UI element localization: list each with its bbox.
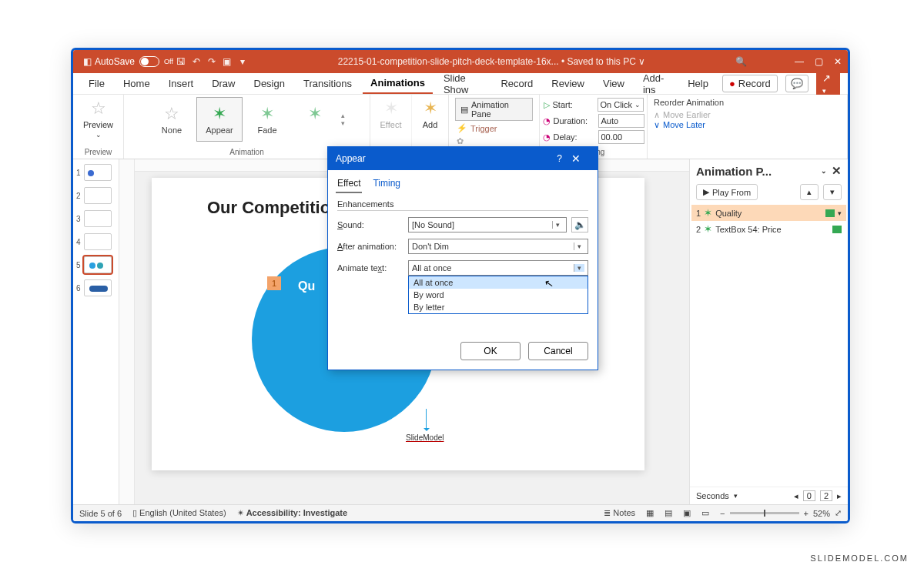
delay-input[interactable]: 00.00 — [598, 130, 644, 144]
anim-more[interactable]: ✶ — [292, 97, 338, 142]
dialog-title: Appear — [336, 153, 366, 164]
tab-animations[interactable]: Animations — [363, 73, 433, 94]
delay-row: ◔Delay: 00.00 — [543, 130, 644, 144]
zoom-control[interactable]: − + 52% ⤢ — [720, 508, 842, 518]
option-all-at-once[interactable]: All at once — [409, 276, 588, 289]
animation-painter-button[interactable]: ✿ — [455, 135, 465, 147]
autosave-toggle[interactable]: AutoSave Off — [95, 56, 173, 67]
dialog-help-icon[interactable]: ? — [557, 153, 562, 164]
zoom-out-icon[interactable]: − — [720, 509, 725, 518]
tab-draw[interactable]: Draw — [204, 74, 243, 93]
undo-icon[interactable]: ↶ — [189, 56, 204, 67]
ribbon-tabs: File Home Insert Draw Design Transitions… — [73, 73, 848, 95]
status-bar: Slide 5 of 6 ▯ English (United States) ✴… — [73, 504, 848, 521]
tab-home[interactable]: Home — [116, 74, 158, 93]
sound-select[interactable]: [No Sound]▾ — [408, 217, 567, 232]
view-slideshow-icon[interactable]: ▭ — [701, 508, 709, 518]
arrow-down-icon — [426, 409, 427, 430]
thumb-5[interactable]: 5 — [76, 256, 116, 273]
animation-tag[interactable]: 1 — [267, 276, 281, 290]
zoom-slider[interactable] — [730, 512, 799, 514]
redo-icon[interactable]: ↷ — [204, 56, 219, 67]
option-by-letter[interactable]: By letter — [409, 301, 588, 313]
zoom-value: 52% — [813, 509, 830, 518]
tab-transitions[interactable]: Transitions — [296, 74, 360, 93]
timeline-left-icon[interactable]: ◂ — [794, 491, 798, 501]
reorder-label: Reorder Animation — [654, 98, 724, 107]
animpane-title: Animation P... — [696, 165, 772, 178]
anim-appear[interactable]: ✶Appear — [196, 97, 243, 142]
tab-insert[interactable]: Insert — [161, 74, 202, 93]
autosave-switch[interactable] — [139, 56, 159, 67]
comments-button[interactable]: 💬 — [785, 75, 808, 92]
sound-preview-icon[interactable]: 🔈 — [571, 217, 588, 232]
tab-design[interactable]: Design — [246, 74, 293, 93]
mouse-cursor-icon: ↖ — [544, 276, 555, 290]
sound-label: Sound: — [337, 220, 408, 229]
tab-view[interactable]: View — [595, 74, 632, 93]
close-icon[interactable]: ✕ — [834, 56, 842, 67]
vertical-ruler — [119, 159, 135, 504]
view-normal-icon[interactable]: ▦ — [646, 508, 654, 518]
dialog-tabs: Effect Timing — [328, 170, 598, 193]
gallery-more-icon[interactable]: ▴▾ — [340, 97, 345, 142]
zoom-in-icon[interactable]: + — [804, 509, 808, 518]
thumb-4[interactable]: 4 — [76, 233, 116, 250]
animpane-list[interactable]: 1✶ Quality ▾ 2✶ TextBox 54: Price — [690, 205, 848, 487]
timing-bar-icon — [832, 226, 842, 233]
dialog-tab-effect[interactable]: Effect — [336, 175, 362, 193]
animation-gallery[interactable]: ☆None ✶Appear ✶Fade ✶ ▴▾ — [149, 97, 345, 142]
search-icon[interactable]: 🔍 — [733, 56, 748, 67]
accessibility-button[interactable]: ✴ Accessibility: Investigate — [237, 508, 348, 518]
animation-pane-button[interactable]: ▤ Animation Pane — [455, 98, 533, 121]
group-animation: Animation — [229, 146, 263, 158]
tab-file[interactable]: File — [81, 74, 112, 93]
share-button[interactable]: ↗ ▾ — [816, 70, 840, 98]
thumb-2[interactable]: 2 — [76, 187, 116, 204]
move-down-button[interactable]: ▾ — [823, 184, 842, 200]
animpane-item-2[interactable]: 2✶ TextBox 54: Price — [691, 221, 846, 237]
dialog-tab-timing[interactable]: Timing — [371, 175, 402, 193]
view-sorter-icon[interactable]: ▤ — [665, 508, 672, 518]
trigger-button[interactable]: ⚡ Trigger — [455, 121, 498, 135]
preview-button[interactable]: ☆ Preview ⌄ — [79, 97, 118, 140]
thumb-6[interactable]: 6 — [76, 279, 116, 296]
slide-thumbnails[interactable]: 1 2 3 4 5 6 — [73, 159, 119, 504]
notes-button[interactable]: ≣ Notes — [604, 508, 635, 518]
animpane-chevron-icon[interactable]: ⌄ — [821, 167, 827, 175]
start-select[interactable]: On Click⌄ — [598, 98, 644, 112]
animate-text-select[interactable]: All at once▾ All at once By word By lett… — [408, 260, 588, 276]
option-by-word[interactable]: By word — [409, 289, 588, 301]
qat-overflow-icon[interactable]: ▾ — [235, 56, 250, 67]
save-icon[interactable]: 🖫 — [173, 56, 189, 67]
minimize-icon[interactable]: — — [795, 56, 804, 67]
add-animation-button[interactable]: ✶ Add — [418, 97, 443, 131]
timeline-right-icon[interactable]: ▸ — [837, 491, 842, 501]
maximize-icon[interactable]: ▢ — [815, 56, 823, 67]
thumb-1[interactable]: 1 — [76, 164, 116, 181]
animate-text-dropdown[interactable]: All at once By word By letter — [408, 276, 588, 314]
lang-indicator[interactable]: ▯ English (United States) — [132, 508, 226, 518]
fit-icon[interactable]: ⤢ — [835, 508, 842, 518]
view-reading-icon[interactable]: ▣ — [683, 508, 691, 518]
animpane-close-icon[interactable]: ✕ — [832, 164, 842, 178]
move-up-button[interactable]: ▴ — [800, 184, 819, 200]
after-animation-select[interactable]: Don't Dim▾ — [408, 239, 588, 254]
ok-button[interactable]: OK — [460, 342, 521, 360]
animpane-item-1[interactable]: 1✶ Quality ▾ — [691, 205, 846, 221]
present-icon[interactable]: ▣ — [219, 56, 235, 67]
tab-help[interactable]: Help — [680, 74, 716, 93]
move-later-button[interactable]: ∨ Move Later — [654, 120, 705, 130]
timing-bar-icon — [825, 209, 835, 217]
dialog-titlebar[interactable]: Appear ? ✕ — [328, 147, 598, 170]
record-button[interactable]: ●Record — [722, 75, 778, 92]
cancel-button[interactable]: Cancel — [528, 342, 588, 360]
thumb-3[interactable]: 3 — [76, 210, 116, 227]
duration-input[interactable]: Auto — [598, 114, 644, 128]
anim-none[interactable]: ☆None — [149, 97, 195, 142]
dialog-close-icon[interactable]: ✕ — [562, 152, 590, 165]
anim-fade[interactable]: ✶Fade — [244, 97, 290, 142]
tab-review[interactable]: Review — [544, 74, 592, 93]
play-from-button[interactable]: ▶ Play From — [696, 184, 758, 200]
tab-record[interactable]: Record — [493, 74, 541, 93]
